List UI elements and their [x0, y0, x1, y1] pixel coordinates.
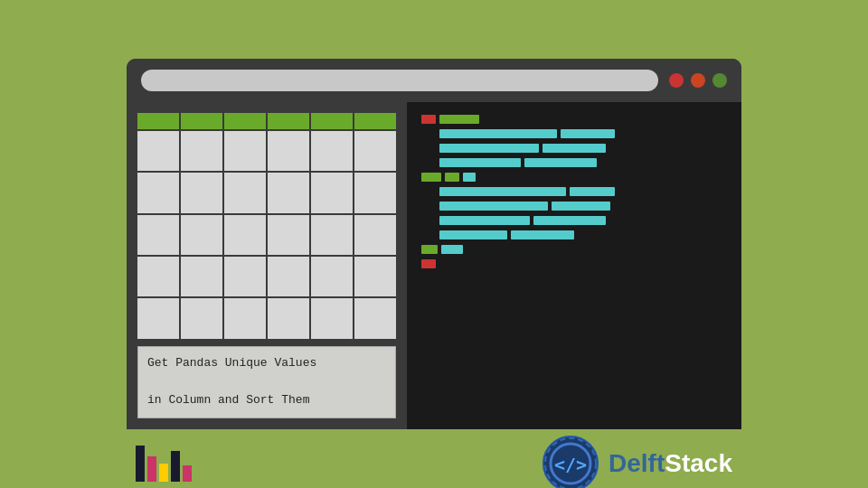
brand-name: Delft Stack — [609, 449, 732, 478]
code-line — [421, 230, 727, 239]
logo-bar — [147, 456, 156, 482]
minimize-button[interactable] — [691, 73, 705, 88]
code-line — [421, 173, 727, 182]
table-cell — [181, 215, 222, 255]
table-cell — [311, 298, 353, 338]
article-title: Get Pandas Unique Values in Column and S… — [137, 346, 396, 418]
code-token — [552, 202, 610, 211]
header-cell — [137, 113, 179, 129]
code-token — [439, 230, 507, 239]
table-cell — [354, 257, 396, 296]
code-token — [533, 216, 606, 225]
code-token — [439, 202, 548, 211]
code-editor — [407, 102, 741, 429]
code-token — [421, 115, 436, 124]
code-line — [421, 129, 727, 138]
code-line — [421, 115, 727, 124]
header-cell — [354, 113, 396, 129]
close-button[interactable] — [669, 73, 684, 88]
code-token — [439, 158, 521, 167]
code-token — [439, 187, 566, 196]
table-cell — [137, 298, 179, 338]
table-cell — [268, 215, 309, 255]
table-cell — [181, 173, 222, 212]
table-cell — [311, 131, 353, 171]
code-token — [445, 173, 459, 182]
table-cell — [224, 215, 266, 255]
table-cell — [181, 298, 222, 338]
header-cell — [311, 113, 353, 129]
code-line — [421, 259, 727, 268]
table-cell — [137, 257, 179, 296]
logo-bar — [171, 451, 180, 482]
title-line2: in Column and Sort Them — [147, 393, 309, 407]
delft-icon: </> — [542, 435, 599, 488]
table-cell — [354, 173, 396, 212]
table-cell — [268, 173, 309, 212]
table-cell — [137, 173, 179, 212]
logo-bar — [159, 464, 168, 482]
code-line — [421, 187, 727, 196]
bottom-bar: </> Delft Stack — [127, 435, 741, 488]
maximize-button[interactable] — [712, 73, 727, 88]
spreadsheet — [137, 113, 396, 339]
table-cell — [354, 215, 396, 255]
table-cell — [224, 131, 266, 171]
table-cell — [311, 215, 353, 255]
title-line1: Get Pandas Unique Values — [147, 356, 316, 370]
app-window: Get Pandas Unique Values in Column and S… — [127, 59, 741, 429]
header-cell — [181, 113, 222, 129]
table-cell — [137, 131, 179, 171]
code-token — [421, 259, 436, 268]
sheet-body — [137, 131, 396, 339]
table-cell — [137, 215, 179, 255]
delftstack-logo: </> Delft Stack — [542, 435, 732, 488]
left-logo — [136, 446, 192, 482]
table-cell — [224, 173, 266, 212]
brand-delft: Delft — [609, 449, 665, 478]
code-line — [421, 245, 727, 254]
table-cell — [268, 298, 309, 338]
header-cell — [224, 113, 266, 129]
code-token — [439, 129, 557, 138]
code-token — [561, 129, 615, 138]
address-bar[interactable] — [141, 70, 658, 91]
table-cell — [224, 298, 266, 338]
table-cell — [311, 173, 353, 212]
code-line — [421, 158, 727, 167]
code-token — [421, 245, 438, 254]
code-token — [439, 115, 479, 124]
code-token — [439, 144, 539, 153]
code-line — [421, 216, 727, 225]
table-cell — [354, 131, 396, 171]
code-token — [570, 187, 615, 196]
brand-stack: Stack — [665, 449, 732, 478]
code-token — [439, 216, 530, 225]
code-token — [511, 230, 574, 239]
table-cell — [311, 257, 353, 296]
code-token — [421, 173, 441, 182]
sheet-header — [137, 113, 396, 129]
window-controls — [669, 73, 727, 88]
table-cell — [268, 257, 309, 296]
logo-bar — [183, 465, 192, 482]
table-cell — [268, 131, 309, 171]
table-cell — [354, 298, 396, 338]
svg-text:</>: </> — [554, 454, 587, 475]
table-cell — [181, 131, 222, 171]
code-line — [421, 144, 727, 153]
table-cell — [181, 257, 222, 296]
window-body: Get Pandas Unique Values in Column and S… — [127, 102, 741, 429]
code-token — [463, 173, 476, 182]
titlebar — [127, 59, 741, 102]
table-cell — [224, 257, 266, 296]
left-panel: Get Pandas Unique Values in Column and S… — [127, 102, 407, 429]
logo-bar — [136, 446, 145, 482]
code-token — [542, 144, 606, 153]
code-token — [441, 245, 463, 254]
code-line — [421, 202, 727, 211]
code-token — [524, 158, 597, 167]
header-cell — [268, 113, 309, 129]
